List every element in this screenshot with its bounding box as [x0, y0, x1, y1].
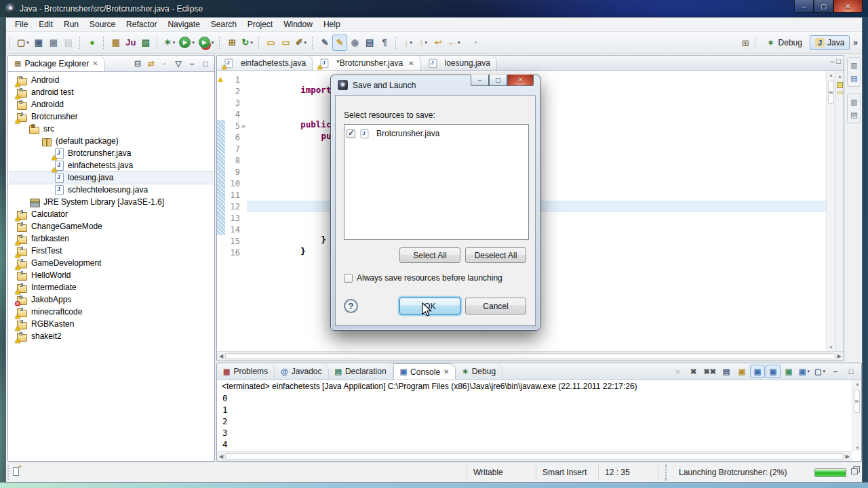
maximize-window-icon[interactable]: ▢ [814, 0, 833, 13]
save-all-icon[interactable]: ▣ [46, 35, 61, 51]
new-wizard-icon[interactable]: ▢ [15, 35, 31, 51]
minimize-view-icon[interactable]: – [828, 365, 843, 378]
clear-console-icon[interactable]: ▤ [719, 365, 734, 378]
show-annotations-icon[interactable]: ✎ [317, 35, 332, 51]
new-junit-test-icon[interactable]: Ju [123, 35, 138, 51]
tree-item[interactable]: Brotcrunsher.java [9, 147, 214, 159]
show-source-icon[interactable]: ▤ [362, 35, 377, 51]
tree-item[interactable]: Android [9, 74, 214, 86]
android-sdk-manager-icon[interactable]: ● [85, 35, 100, 51]
toolbar-grip[interactable] [395, 37, 399, 49]
tree-item[interactable]: HelloWorld [9, 269, 214, 281]
toolbar-grip[interactable] [157, 37, 161, 49]
minimize-view-icon[interactable]: – [186, 58, 198, 70]
view-menu-icon[interactable]: ◦ [159, 58, 171, 70]
next-annotation-icon[interactable]: ↓ [401, 35, 416, 51]
open-type-icon[interactable]: ↻ [239, 35, 254, 51]
menu-item[interactable]: Refactor [121, 18, 162, 30]
search-icon[interactable]: ✐ [294, 35, 309, 51]
annotation-marker[interactable] [837, 92, 843, 94]
save-icon[interactable]: ▣ [31, 35, 46, 51]
debug-perspective-button[interactable]: ✶ Debug [761, 35, 808, 50]
close-tab-icon[interactable]: ✕ [408, 60, 414, 67]
tab-package-explorer[interactable]: ▦ Package Explorer ✕ [8, 56, 105, 71]
run-external-tools-icon[interactable]: ▶ [197, 35, 216, 51]
maximize-view-icon[interactable]: □ [199, 58, 212, 70]
new-java-project-icon[interactable]: ▦ [108, 35, 123, 51]
remove-launch-icon[interactable]: ✖ [686, 365, 701, 378]
outline-icon[interactable]: ▤ [850, 75, 857, 82]
editor-tab[interactable]: loesung.java ✕ [421, 56, 497, 70]
scroll-lock-icon[interactable]: ▣ [734, 365, 749, 378]
bottom-view-tab[interactable]: Console ✕ [393, 363, 456, 380]
select-all-button[interactable]: Select All [399, 247, 460, 263]
mark-occurrences-icon[interactable]: ✎ [332, 35, 347, 51]
close-tab-icon[interactable]: ✕ [443, 368, 449, 375]
menu-arrow-icon[interactable]: ▽ [172, 58, 184, 70]
collapse-all-icon[interactable]: ⊟ [132, 58, 144, 70]
tree-item[interactable]: einfachetests.java [9, 159, 214, 171]
cancel-button[interactable]: Cancel [465, 298, 526, 314]
editor-tab[interactable]: einfachetests.java ✕ [217, 56, 313, 70]
minimize-window-icon[interactable]: – [794, 0, 814, 13]
print-icon[interactable]: ▤ [61, 35, 76, 51]
toolbar-grip[interactable] [258, 37, 262, 49]
tree-item[interactable]: Calculator [9, 208, 214, 220]
back-icon[interactable]: ← [446, 35, 462, 51]
bottom-view-tab[interactable]: Debug ✕ [456, 363, 502, 380]
overview-ruler[interactable]: ▲ [835, 71, 844, 351]
restore-view-icon[interactable]: ▥ [850, 98, 857, 106]
tree-item[interactable]: farbkasten [9, 232, 214, 245]
tree-item[interactable]: GameDevelopment [9, 257, 214, 269]
last-edit-location-icon[interactable]: ↩ [431, 35, 446, 51]
console-output[interactable]: 01234 [217, 392, 852, 451]
remove-all-terminated-icon[interactable]: ✖✖ [702, 365, 718, 378]
dialog-maximize-icon[interactable]: ▢ [489, 75, 507, 86]
dialog-close-icon[interactable]: ✕ [507, 75, 534, 86]
show-progress-view-icon[interactable] [851, 468, 858, 474]
dialog-minimize-icon[interactable]: – [471, 75, 489, 86]
fold-marker-icon[interactable] [240, 123, 247, 129]
console-horizontal-scrollbar[interactable]: ◀▶ [217, 451, 852, 461]
scrollbar-thumb[interactable] [225, 353, 835, 359]
show-whitespace-icon[interactable]: ¶ [377, 35, 392, 51]
scrollbar-thumb[interactable] [828, 81, 834, 104]
run-to-line-icon[interactable]: ◉ [347, 35, 362, 51]
new-java-class-icon[interactable]: ▧ [138, 35, 153, 51]
close-view-icon[interactable]: ✕ [92, 60, 98, 67]
resource-checkbox[interactable] [347, 129, 355, 138]
tree-item[interactable]: Androidd [9, 98, 214, 110]
menu-item[interactable]: Source [84, 18, 121, 30]
forward-icon[interactable]: → [462, 35, 479, 51]
menu-item[interactable]: File [9, 18, 33, 30]
display-selected-console-icon[interactable]: ▣ [797, 365, 812, 378]
bottom-view-tab[interactable]: Declaration ✕ [329, 363, 393, 380]
always-save-checkbox[interactable] [344, 274, 353, 283]
maximize-editor-icon[interactable]: □ [836, 57, 841, 70]
run-icon[interactable]: ▶ [177, 35, 197, 51]
restore-view-icon[interactable]: ▥ [850, 62, 857, 69]
open-resource-icon[interactable]: ▭ [264, 35, 279, 51]
pin-console-icon[interactable]: ▣ [781, 365, 796, 378]
tree-item[interactable]: JakobApps [9, 293, 214, 306]
resource-list-item[interactable]: Brotcrunsher.java [347, 127, 526, 140]
tree-item[interactable]: shakeit2 [9, 330, 214, 342]
new-java-package-icon[interactable]: ⊞ [224, 35, 239, 51]
toolbar-grip[interactable] [219, 37, 223, 49]
menu-item[interactable]: Window [278, 18, 318, 30]
editor-vertical-scrollbar[interactable]: ▲▼ [826, 71, 835, 351]
tree-item[interactable]: RGBKasten [9, 318, 214, 330]
show-stderr-when-changed-icon[interactable]: ▣ [766, 365, 781, 378]
tree-item[interactable]: android test [9, 86, 214, 98]
open-folder-icon[interactable]: ▭ [279, 35, 294, 51]
tree-item[interactable]: src [9, 123, 214, 135]
show-stdout-when-changed-icon[interactable]: ▣ [750, 365, 765, 378]
tree-item[interactable]: loesung.java [9, 171, 214, 184]
tree-item[interactable]: Brotcrunsher [9, 110, 214, 123]
dialog-titlebar[interactable]: ✱ Save and Launch – ▢ ✕ [331, 75, 540, 95]
menu-item[interactable]: Navigate [162, 18, 205, 30]
java-perspective-button[interactable]: J Java [810, 35, 850, 50]
resource-list[interactable]: Brotcrunsher.java [344, 124, 529, 240]
close-window-icon[interactable]: ✕ [833, 0, 863, 13]
previous-annotation-icon[interactable]: ↑ [416, 35, 431, 51]
